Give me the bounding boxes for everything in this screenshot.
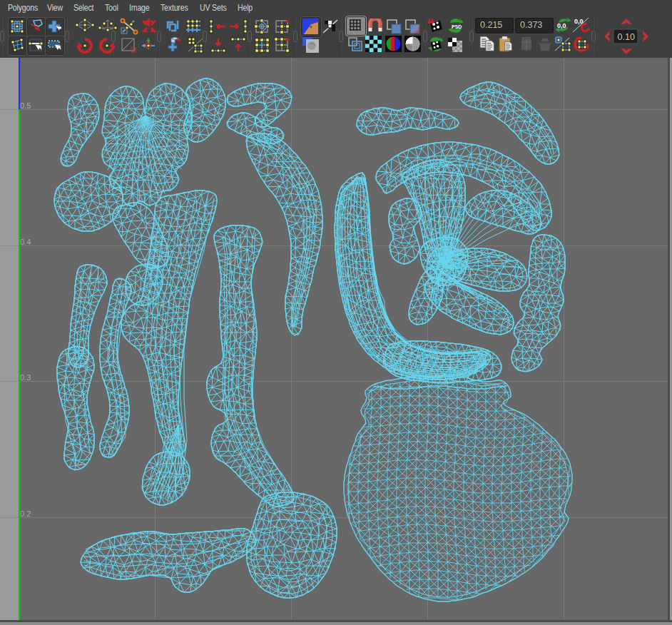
- svg-text:PSD: PSD: [452, 24, 462, 29]
- svg-text:0.10: 0.10: [618, 32, 635, 42]
- svg-text:0,0: 0,0: [574, 18, 584, 25]
- svg-text:0,0: 0,0: [557, 22, 566, 29]
